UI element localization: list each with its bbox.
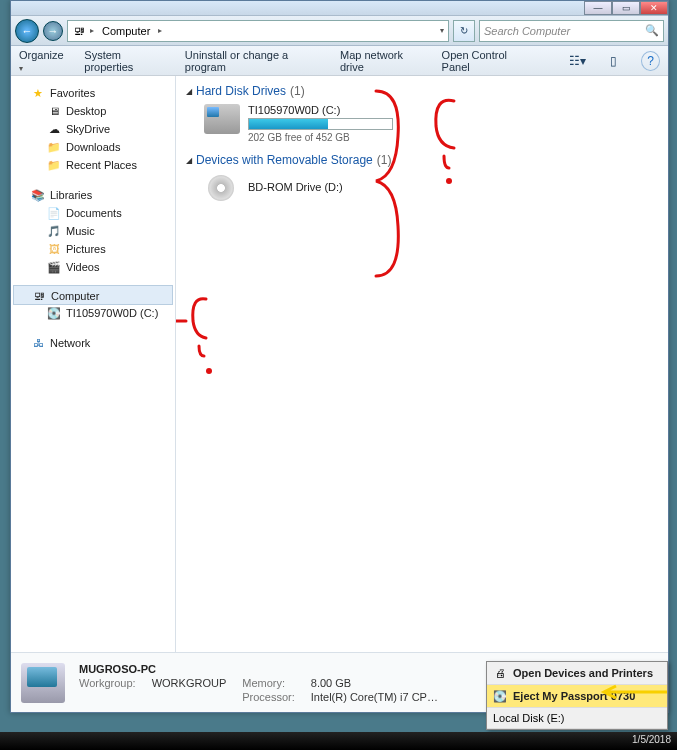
- computer-icon: 🖳: [32, 289, 46, 303]
- help-button[interactable]: ?: [641, 51, 660, 71]
- chevron-right-icon[interactable]: ▸: [158, 26, 162, 35]
- optical-drive-icon: [204, 173, 240, 203]
- category-hdd[interactable]: ◢ Hard Disk Drives (1): [186, 84, 658, 98]
- taskbar-date[interactable]: 1/5/2018: [632, 734, 671, 745]
- pictures-icon: 🖼: [47, 242, 61, 256]
- sidebar-item-skydrive[interactable]: ☁SkyDrive: [11, 120, 175, 138]
- collapse-icon[interactable]: ◢: [186, 156, 192, 165]
- breadcrumb-computer[interactable]: Computer: [98, 25, 154, 37]
- uninstall-button[interactable]: Uninstall or change a program: [185, 49, 322, 73]
- local-disk-e[interactable]: Local Disk (E:): [487, 708, 667, 729]
- drive-icon: 💽: [493, 689, 507, 703]
- hdd-header-link[interactable]: Hard Disk Drives: [196, 84, 286, 98]
- star-icon: ★: [31, 86, 45, 100]
- minimize-button[interactable]: —: [584, 1, 612, 15]
- sidebar-computer[interactable]: 🖳Computer: [13, 285, 173, 305]
- processor-label: Processor:: [242, 691, 295, 703]
- maximize-button[interactable]: ▭: [612, 1, 640, 15]
- processor-value: Intel(R) Core(TM) i7 CP…: [311, 691, 438, 703]
- close-button[interactable]: ✕: [640, 1, 668, 15]
- refresh-button[interactable]: ↻: [453, 20, 475, 42]
- sidebar-favorites[interactable]: ★Favorites: [11, 82, 175, 102]
- explorer-window: — ▭ ✕ ← → 🖳 ▸ Computer ▸ ▾ ↻ Search Comp…: [10, 0, 669, 713]
- category-removable[interactable]: ◢ Devices with Removable Storage (1): [186, 153, 658, 167]
- chevron-right-icon[interactable]: ▸: [90, 26, 94, 35]
- network-icon: 🖧: [31, 336, 45, 350]
- computer-large-icon: [21, 663, 65, 703]
- sidebar-item-recent[interactable]: 📁Recent Places: [11, 156, 175, 174]
- sidebar-item-desktop[interactable]: 🖥Desktop: [11, 102, 175, 120]
- toolbar: Organize System properties Uninstall or …: [11, 46, 668, 76]
- desktop-icon: 🖥: [47, 104, 61, 118]
- sidebar-item-c-drive[interactable]: 💽TI105970W0D (C:): [11, 304, 175, 322]
- sidebar-item-videos[interactable]: 🎬Videos: [11, 258, 175, 276]
- collapse-icon[interactable]: ◢: [186, 87, 192, 96]
- map-drive-button[interactable]: Map network drive: [340, 49, 424, 73]
- preview-pane-button[interactable]: ▯: [605, 51, 624, 71]
- content-pane: ◢ Hard Disk Drives (1) TI105970W0D (C:) …: [176, 76, 668, 652]
- drive-c-label: TI105970W0D (C:): [248, 104, 393, 116]
- recent-icon: 📁: [47, 158, 61, 172]
- doc-icon: 📄: [47, 206, 61, 220]
- view-options-button[interactable]: ☷▾: [568, 51, 587, 71]
- drive-icon: [204, 104, 240, 134]
- navigation-pane: ★Favorites 🖥Desktop ☁SkyDrive 📁Downloads…: [11, 76, 176, 652]
- music-icon: 🎵: [47, 224, 61, 238]
- libraries-icon: 📚: [31, 188, 45, 202]
- memory-value: 8.00 GB: [311, 677, 438, 689]
- sidebar-item-documents[interactable]: 📄Documents: [11, 204, 175, 222]
- printer-icon: 🖨: [493, 666, 507, 680]
- system-properties-button[interactable]: System properties: [84, 49, 167, 73]
- forward-button[interactable]: →: [43, 21, 63, 41]
- sidebar-item-music[interactable]: 🎵Music: [11, 222, 175, 240]
- removable-header-link[interactable]: Devices with Removable Storage: [196, 153, 373, 167]
- drive-bd-label: BD-ROM Drive (D:): [248, 181, 343, 193]
- title-bar: — ▭ ✕: [11, 1, 668, 16]
- sidebar-item-pictures[interactable]: 🖼Pictures: [11, 240, 175, 258]
- organize-menu[interactable]: Organize: [19, 49, 66, 73]
- open-devices-printers[interactable]: 🖨 Open Devices and Printers: [487, 662, 667, 685]
- nav-bar: ← → 🖳 ▸ Computer ▸ ▾ ↻ Search Computer 🔍: [11, 16, 668, 46]
- dropdown-icon[interactable]: ▾: [440, 26, 444, 35]
- cloud-icon: ☁: [47, 122, 61, 136]
- removable-count: (1): [377, 153, 392, 167]
- eject-passport[interactable]: 💽 Eject My Passport 0730: [487, 685, 667, 708]
- safely-remove-menu: 🖨 Open Devices and Printers 💽 Eject My P…: [486, 661, 668, 730]
- drive-bd[interactable]: BD-ROM Drive (D:): [204, 173, 658, 203]
- computer-icon: 🖳: [72, 24, 86, 38]
- pc-name: MUGROSO-PC: [79, 663, 438, 675]
- drive-c-usage-bar: [248, 118, 393, 130]
- back-button[interactable]: ←: [15, 19, 39, 43]
- svg-point-1: [206, 368, 212, 374]
- memory-label: Memory:: [242, 677, 295, 689]
- search-icon: 🔍: [645, 24, 659, 37]
- address-bar[interactable]: 🖳 ▸ Computer ▸ ▾: [67, 20, 449, 42]
- sidebar-libraries[interactable]: 📚Libraries: [11, 184, 175, 204]
- annotation-arrow: [176, 291, 251, 451]
- hdd-count: (1): [290, 84, 305, 98]
- search-placeholder: Search Computer: [484, 25, 570, 37]
- drive-c-free: 202 GB free of 452 GB: [248, 132, 393, 143]
- workgroup-label: Workgroup:: [79, 677, 136, 689]
- drive-icon: 💽: [47, 306, 61, 320]
- sidebar-item-downloads[interactable]: 📁Downloads: [11, 138, 175, 156]
- taskbar[interactable]: 1/5/2018: [0, 732, 677, 750]
- workgroup-value: WORKGROUP: [152, 677, 227, 689]
- drive-c[interactable]: TI105970W0D (C:) 202 GB free of 452 GB: [204, 104, 658, 143]
- search-input[interactable]: Search Computer 🔍: [479, 20, 664, 42]
- control-panel-button[interactable]: Open Control Panel: [442, 49, 532, 73]
- folder-icon: 📁: [47, 140, 61, 154]
- sidebar-network[interactable]: 🖧Network: [11, 332, 175, 352]
- videos-icon: 🎬: [47, 260, 61, 274]
